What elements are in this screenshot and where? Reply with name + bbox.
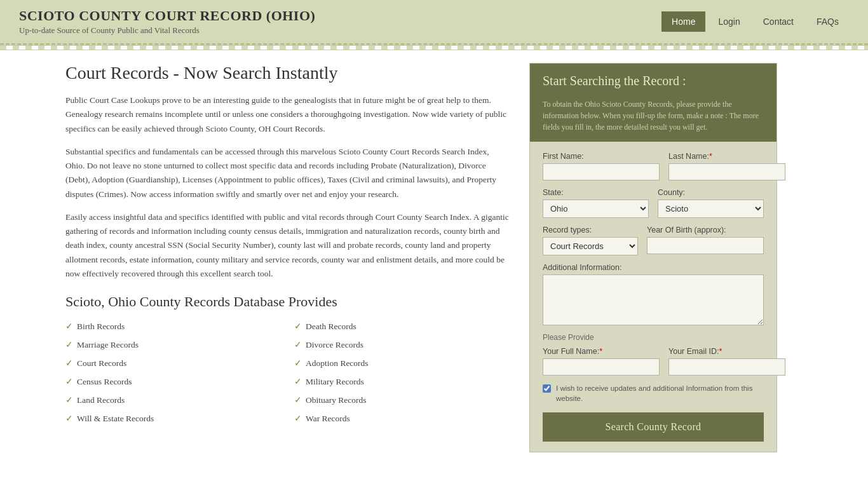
check-icon: ✓ — [65, 395, 73, 405]
form-body: First Name: Last Name:* State: Ohio A — [530, 142, 776, 452]
list-item: ✓Divorce Records — [294, 337, 510, 352]
name-row: First Name: Last Name:* — [543, 152, 764, 180]
check-icon: ✓ — [294, 413, 302, 424]
list-item: ✓Obituary Records — [294, 393, 510, 407]
form-panel-desc: To obtain the Ohio Scioto County Records… — [530, 98, 776, 142]
record-type-group: Record types: Court Records Birth Record… — [543, 226, 638, 255]
state-select[interactable]: Ohio Alabama Alaska Arizona California C… — [543, 200, 649, 218]
list-item: ✓Census Records — [65, 374, 281, 389]
nav-faqs[interactable]: FAQs — [806, 11, 849, 32]
first-name-group: First Name: — [543, 152, 660, 180]
check-icon: ✓ — [65, 413, 73, 424]
email-group: Your Email ID:* — [668, 347, 785, 376]
list-item: ✓Military Records — [294, 374, 510, 389]
full-name-group: Your Full Name:* — [543, 347, 660, 376]
site-subtitle: Up-to-date Source of County Public and V… — [19, 25, 315, 36]
main-container: Court Records - Now Search Instantly Pub… — [53, 63, 815, 452]
db-heading: Scioto, Ohio County Records Database Pro… — [65, 294, 510, 310]
record-type-select[interactable]: Court Records Birth Records Death Record… — [543, 237, 638, 255]
list-item: ✓Marriage Records — [65, 337, 281, 352]
additional-info-textarea[interactable] — [543, 274, 764, 325]
year-of-birth-label: Year Of Birth (approx): — [647, 226, 764, 234]
check-icon: ✓ — [65, 321, 73, 332]
decorative-line — [0, 45, 868, 50]
last-name-input[interactable] — [668, 163, 785, 180]
site-title: SCIOTO COUNTY COURT RECORD (OHIO) — [19, 8, 315, 24]
email-input[interactable] — [668, 358, 785, 376]
additional-info-row: Additional Information: — [543, 263, 764, 325]
check-icon: ✓ — [294, 376, 302, 387]
last-name-group: Last Name:* — [668, 152, 785, 180]
list-item: ✓Land Records — [65, 393, 281, 407]
checkbox-row: I wish to receive updates and additional… — [543, 383, 764, 403]
first-name-input[interactable] — [543, 163, 660, 180]
recordtype-year-row: Record types: Court Records Birth Record… — [543, 226, 764, 255]
main-nav: Home Login Contact FAQs — [661, 11, 849, 32]
user-info-row: Your Full Name:* Your Email ID:* — [543, 347, 764, 376]
content-para3: Easily access insightful data and specif… — [65, 210, 510, 281]
please-provide-text: Please Provide — [543, 333, 764, 342]
record-type-label: Record types: — [543, 226, 638, 234]
full-name-input[interactable] — [543, 358, 660, 376]
list-item: ✓Court Records — [65, 356, 281, 370]
updates-checkbox[interactable] — [543, 384, 551, 393]
site-header: SCIOTO COUNTY COURT RECORD (OHIO) Up-to-… — [0, 0, 868, 45]
content-para2: Substantial specifics and fundamentals c… — [65, 145, 510, 201]
main-heading: Court Records - Now Search Instantly — [65, 63, 510, 83]
search-county-record-button[interactable]: Search County Record — [543, 412, 764, 442]
year-of-birth-input[interactable] — [647, 237, 764, 254]
search-form-panel: Start Searching the Record : To obtain t… — [529, 63, 777, 452]
email-label: Your Email ID:* — [668, 347, 785, 356]
year-of-birth-group: Year Of Birth (approx): — [647, 226, 764, 255]
content-para1: Public Court Case Lookups prove to be an… — [65, 93, 510, 136]
check-icon: ✓ — [294, 339, 302, 350]
check-icon: ✓ — [65, 358, 73, 369]
county-label: County: — [658, 188, 764, 197]
check-icon: ✓ — [294, 395, 302, 405]
full-name-label: Your Full Name:* — [543, 347, 660, 356]
state-label: State: — [543, 188, 649, 197]
check-icon: ✓ — [294, 358, 302, 369]
check-icon: ✓ — [65, 376, 73, 387]
check-icon: ✓ — [65, 339, 73, 350]
checkbox-label: I wish to receive updates and additional… — [556, 383, 764, 403]
last-name-required: * — [709, 152, 712, 161]
nav-login[interactable]: Login — [708, 11, 750, 32]
last-name-label: Last Name:* — [668, 152, 785, 161]
state-group: State: Ohio Alabama Alaska Arizona Calif… — [543, 188, 649, 218]
county-group: County: Scioto Adams Allen Ashland Athen… — [658, 188, 764, 218]
state-county-row: State: Ohio Alabama Alaska Arizona Calif… — [543, 188, 764, 218]
form-panel-title: Start Searching the Record : — [530, 64, 776, 98]
content-area: Court Records - Now Search Instantly Pub… — [65, 63, 510, 452]
additional-info-label: Additional Information: — [543, 263, 764, 272]
check-icon: ✓ — [294, 321, 302, 332]
records-list: ✓Birth Records ✓Death Records ✓Marriage … — [65, 319, 510, 426]
additional-info-group: Additional Information: — [543, 263, 764, 325]
list-item: ✓Will & Estate Records — [65, 411, 281, 426]
first-name-label: First Name: — [543, 152, 660, 161]
list-item: ✓Adoption Records — [294, 356, 510, 370]
nav-contact[interactable]: Contact — [753, 11, 804, 32]
county-select[interactable]: Scioto Adams Allen Ashland Athens Auglai… — [658, 200, 764, 218]
nav-home[interactable]: Home — [661, 11, 705, 32]
list-item: ✓Birth Records — [65, 319, 281, 334]
header-branding: SCIOTO COUNTY COURT RECORD (OHIO) Up-to-… — [19, 8, 315, 36]
list-item: ✓Death Records — [294, 319, 510, 334]
list-item: ✓War Records — [294, 411, 510, 426]
